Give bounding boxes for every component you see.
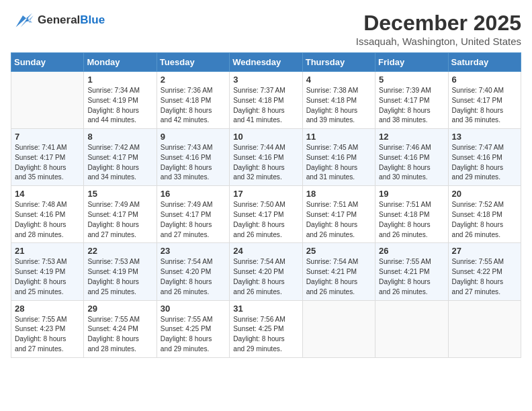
day-number: 22 — [87, 246, 152, 256]
day-info: Sunrise: 7:49 AMSunset: 4:17 PMDaylight:… — [87, 200, 152, 240]
day-number: 23 — [161, 246, 226, 256]
calendar-cell: 1Sunrise: 7:34 AMSunset: 4:19 PMDaylight… — [84, 72, 157, 129]
day-info: Sunrise: 7:36 AMSunset: 4:18 PMDaylight:… — [161, 86, 226, 126]
day-number: 14 — [15, 189, 80, 199]
week-row-4: 21Sunrise: 7:53 AMSunset: 4:19 PMDayligh… — [11, 243, 521, 300]
day-info: Sunrise: 7:38 AMSunset: 4:18 PMDaylight:… — [306, 86, 371, 126]
calendar-cell: 19Sunrise: 7:51 AMSunset: 4:18 PMDayligh… — [375, 186, 448, 243]
day-number: 11 — [306, 132, 371, 142]
day-info: Sunrise: 7:51 AMSunset: 4:18 PMDaylight:… — [379, 200, 444, 240]
day-info: Sunrise: 7:55 AMSunset: 4:25 PMDaylight:… — [161, 315, 226, 355]
calendar-cell — [11, 72, 84, 129]
day-info: Sunrise: 7:55 AMSunset: 4:24 PMDaylight:… — [87, 315, 152, 355]
day-number: 18 — [306, 189, 371, 199]
day-info: Sunrise: 7:55 AMSunset: 4:21 PMDaylight:… — [379, 257, 444, 297]
calendar-cell: 6Sunrise: 7:40 AMSunset: 4:17 PMDaylight… — [448, 72, 521, 129]
page-header: GeneralBlue December 2025 Issaquah, Wash… — [11, 11, 521, 47]
calendar-cell: 27Sunrise: 7:55 AMSunset: 4:22 PMDayligh… — [448, 243, 521, 300]
day-info: Sunrise: 7:43 AMSunset: 4:16 PMDaylight:… — [161, 143, 226, 183]
header-day-monday: Monday — [84, 53, 157, 72]
day-number: 29 — [87, 304, 152, 314]
calendar-cell: 2Sunrise: 7:36 AMSunset: 4:18 PMDaylight… — [157, 72, 229, 129]
day-info: Sunrise: 7:41 AMSunset: 4:17 PMDaylight:… — [15, 143, 80, 183]
day-info: Sunrise: 7:54 AMSunset: 4:21 PMDaylight:… — [306, 257, 371, 297]
calendar-cell: 8Sunrise: 7:42 AMSunset: 4:17 PMDaylight… — [84, 129, 157, 186]
calendar-cell: 14Sunrise: 7:48 AMSunset: 4:16 PMDayligh… — [11, 186, 84, 243]
calendar-cell: 29Sunrise: 7:55 AMSunset: 4:24 PMDayligh… — [84, 300, 157, 357]
calendar-cell: 24Sunrise: 7:54 AMSunset: 4:20 PMDayligh… — [230, 243, 302, 300]
day-number: 27 — [452, 246, 517, 256]
day-number: 25 — [306, 246, 371, 256]
day-number: 30 — [161, 304, 226, 314]
header-day-wednesday: Wednesday — [230, 53, 302, 72]
calendar-cell: 3Sunrise: 7:37 AMSunset: 4:18 PMDaylight… — [230, 72, 302, 129]
day-number: 20 — [452, 189, 517, 199]
day-number: 24 — [233, 246, 298, 256]
calendar-cell: 13Sunrise: 7:47 AMSunset: 4:16 PMDayligh… — [448, 129, 521, 186]
calendar-cell: 30Sunrise: 7:55 AMSunset: 4:25 PMDayligh… — [157, 300, 229, 357]
calendar-cell: 15Sunrise: 7:49 AMSunset: 4:17 PMDayligh… — [84, 186, 157, 243]
day-number: 15 — [87, 189, 152, 199]
day-info: Sunrise: 7:37 AMSunset: 4:18 PMDaylight:… — [233, 86, 298, 126]
day-info: Sunrise: 7:34 AMSunset: 4:19 PMDaylight:… — [87, 86, 152, 126]
week-row-1: 1Sunrise: 7:34 AMSunset: 4:19 PMDaylight… — [11, 72, 521, 129]
day-number: 21 — [15, 246, 80, 256]
day-number: 19 — [379, 189, 444, 199]
calendar-cell — [375, 300, 448, 357]
calendar-cell: 20Sunrise: 7:52 AMSunset: 4:18 PMDayligh… — [448, 186, 521, 243]
logo: GeneralBlue — [11, 11, 105, 30]
calendar-cell: 4Sunrise: 7:38 AMSunset: 4:18 PMDaylight… — [302, 72, 375, 129]
day-number: 3 — [233, 75, 298, 85]
calendar-cell: 5Sunrise: 7:39 AMSunset: 4:17 PMDaylight… — [375, 72, 448, 129]
day-info: Sunrise: 7:54 AMSunset: 4:20 PMDaylight:… — [161, 257, 226, 297]
header-day-thursday: Thursday — [302, 53, 375, 72]
day-number: 16 — [161, 189, 226, 199]
header-day-tuesday: Tuesday — [157, 53, 229, 72]
logo-text: GeneralBlue — [38, 13, 105, 27]
calendar-cell: 23Sunrise: 7:54 AMSunset: 4:20 PMDayligh… — [157, 243, 229, 300]
day-number: 10 — [233, 132, 298, 142]
calendar-table: SundayMondayTuesdayWednesdayThursdayFrid… — [11, 52, 521, 358]
location: Issaquah, Washington, United States — [356, 36, 521, 47]
day-number: 8 — [87, 132, 152, 142]
calendar-cell: 11Sunrise: 7:45 AMSunset: 4:16 PMDayligh… — [302, 129, 375, 186]
calendar-cell: 31Sunrise: 7:56 AMSunset: 4:25 PMDayligh… — [230, 300, 302, 357]
day-info: Sunrise: 7:52 AMSunset: 4:18 PMDaylight:… — [452, 200, 517, 240]
day-info: Sunrise: 7:51 AMSunset: 4:17 PMDaylight:… — [306, 200, 371, 240]
day-number: 31 — [233, 304, 298, 314]
calendar-cell: 16Sunrise: 7:49 AMSunset: 4:17 PMDayligh… — [157, 186, 229, 243]
calendar-cell: 9Sunrise: 7:43 AMSunset: 4:16 PMDaylight… — [157, 129, 229, 186]
calendar-cell: 28Sunrise: 7:55 AMSunset: 4:23 PMDayligh… — [11, 300, 84, 357]
day-info: Sunrise: 7:56 AMSunset: 4:25 PMDaylight:… — [233, 315, 298, 355]
day-info: Sunrise: 7:47 AMSunset: 4:16 PMDaylight:… — [452, 143, 517, 183]
day-number: 26 — [379, 246, 444, 256]
day-info: Sunrise: 7:54 AMSunset: 4:20 PMDaylight:… — [233, 257, 298, 297]
calendar-cell: 7Sunrise: 7:41 AMSunset: 4:17 PMDaylight… — [11, 129, 84, 186]
header-day-sunday: Sunday — [11, 53, 84, 72]
calendar-cell: 18Sunrise: 7:51 AMSunset: 4:17 PMDayligh… — [302, 186, 375, 243]
calendar-cell — [302, 300, 375, 357]
calendar-cell: 26Sunrise: 7:55 AMSunset: 4:21 PMDayligh… — [375, 243, 448, 300]
calendar-cell: 12Sunrise: 7:46 AMSunset: 4:16 PMDayligh… — [375, 129, 448, 186]
day-info: Sunrise: 7:45 AMSunset: 4:16 PMDaylight:… — [306, 143, 371, 183]
day-number: 17 — [233, 189, 298, 199]
month-title: December 2025 — [356, 11, 521, 36]
calendar-cell: 17Sunrise: 7:50 AMSunset: 4:17 PMDayligh… — [230, 186, 302, 243]
day-info: Sunrise: 7:39 AMSunset: 4:17 PMDaylight:… — [379, 86, 444, 126]
day-info: Sunrise: 7:46 AMSunset: 4:16 PMDaylight:… — [379, 143, 444, 183]
calendar-cell: 25Sunrise: 7:54 AMSunset: 4:21 PMDayligh… — [302, 243, 375, 300]
calendar-cell: 22Sunrise: 7:53 AMSunset: 4:19 PMDayligh… — [84, 243, 157, 300]
day-number: 28 — [15, 304, 80, 314]
day-info: Sunrise: 7:42 AMSunset: 4:17 PMDaylight:… — [87, 143, 152, 183]
day-info: Sunrise: 7:48 AMSunset: 4:16 PMDaylight:… — [15, 200, 80, 240]
day-number: 1 — [87, 75, 152, 85]
week-row-3: 14Sunrise: 7:48 AMSunset: 4:16 PMDayligh… — [11, 186, 521, 243]
calendar-cell — [448, 300, 521, 357]
week-row-2: 7Sunrise: 7:41 AMSunset: 4:17 PMDaylight… — [11, 129, 521, 186]
header-day-saturday: Saturday — [448, 53, 521, 72]
svg-marker-0 — [16, 13, 33, 28]
day-info: Sunrise: 7:55 AMSunset: 4:22 PMDaylight:… — [452, 257, 517, 297]
day-info: Sunrise: 7:44 AMSunset: 4:16 PMDaylight:… — [233, 143, 298, 183]
day-info: Sunrise: 7:50 AMSunset: 4:17 PMDaylight:… — [233, 200, 298, 240]
day-number: 6 — [452, 75, 517, 85]
